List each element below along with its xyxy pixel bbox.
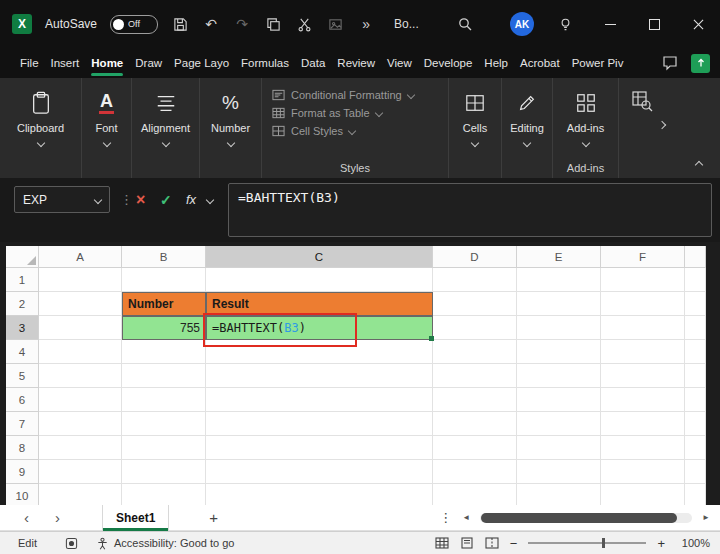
share-icon[interactable] xyxy=(691,54,710,73)
collapse-ribbon-icon[interactable] xyxy=(695,161,703,169)
column-header-e[interactable]: E xyxy=(517,246,601,268)
cell-a6[interactable] xyxy=(39,388,122,412)
cell-b8[interactable] xyxy=(122,436,206,460)
format-as-table-button[interactable]: Format as Table xyxy=(262,104,448,122)
zoom-out-button[interactable]: − xyxy=(510,536,518,551)
conditional-formatting-button[interactable]: Conditional Formatting xyxy=(262,86,448,104)
excel-logo-icon[interactable]: X xyxy=(12,14,32,34)
scroll-left-icon[interactable]: ◄ xyxy=(462,513,470,522)
row-header-6[interactable]: 6 xyxy=(6,388,39,412)
formula-input[interactable]: =BAHTTEXT(B3) xyxy=(228,183,712,237)
cell-f9[interactable] xyxy=(601,460,685,484)
chevron-right-icon[interactable] xyxy=(658,121,666,129)
minimize-button[interactable] xyxy=(588,0,632,48)
ribbon-group-addins[interactable]: Add-ins Add-ins xyxy=(553,78,619,178)
ribbon-group-cells[interactable]: Cells xyxy=(449,78,502,178)
cell-blank-4[interactable] xyxy=(685,340,706,364)
add-sheet-button[interactable]: + xyxy=(209,509,218,526)
addins-group-label[interactable]: Add-ins xyxy=(553,162,618,174)
cell-b7[interactable] xyxy=(122,412,206,436)
lightbulb-icon[interactable] xyxy=(556,15,574,33)
cell-blank-7[interactable] xyxy=(685,412,706,436)
cell-c5[interactable] xyxy=(206,364,433,388)
cell-e1[interactable] xyxy=(517,268,601,292)
column-header-a[interactable]: A xyxy=(39,246,122,268)
cancel-icon[interactable]: × xyxy=(136,186,145,213)
sheet-tab-sheet1[interactable]: Sheet1 xyxy=(102,505,169,531)
row-header-8[interactable]: 8 xyxy=(6,436,39,460)
ribbon-tab-insert[interactable]: Insert xyxy=(45,48,86,78)
styles-group-label[interactable]: Styles xyxy=(262,162,448,174)
cell-d5[interactable] xyxy=(433,364,517,388)
ribbon-tab-page-layo[interactable]: Page Layo xyxy=(168,48,235,78)
cell-a10[interactable] xyxy=(39,484,122,505)
column-header-c[interactable]: C xyxy=(206,246,433,268)
maximize-button[interactable] xyxy=(632,0,676,48)
insert-function-button[interactable]: fx xyxy=(186,186,196,213)
row-header-2[interactable]: 2 xyxy=(6,292,39,316)
cell-e4[interactable] xyxy=(517,340,601,364)
row-header-3[interactable]: 3 xyxy=(6,316,39,340)
ribbon-tab-view[interactable]: View xyxy=(381,48,418,78)
ribbon-tab-data[interactable]: Data xyxy=(295,48,331,78)
cell-d6[interactable] xyxy=(433,388,517,412)
normal-view-icon[interactable] xyxy=(435,537,449,549)
close-button[interactable] xyxy=(676,0,720,48)
cell-blank-1[interactable] xyxy=(685,268,706,292)
row-header-5[interactable]: 5 xyxy=(6,364,39,388)
cell-a4[interactable] xyxy=(39,340,122,364)
select-all-corner[interactable] xyxy=(6,246,39,268)
analyze-data-icon[interactable] xyxy=(631,90,653,116)
cell-a3[interactable] xyxy=(39,316,122,340)
cell-f2[interactable] xyxy=(601,292,685,316)
cell-e5[interactable] xyxy=(517,364,601,388)
cell-a7[interactable] xyxy=(39,412,122,436)
cell-c8[interactable] xyxy=(206,436,433,460)
cell-f10[interactable] xyxy=(601,484,685,505)
cell-a2[interactable] xyxy=(39,292,122,316)
cell-a8[interactable] xyxy=(39,436,122,460)
cell-c1[interactable] xyxy=(206,268,433,292)
cell-f7[interactable] xyxy=(601,412,685,436)
cell-blank-6[interactable] xyxy=(685,388,706,412)
scrollbar-thumb[interactable] xyxy=(481,513,677,523)
row-header-4[interactable]: 4 xyxy=(6,340,39,364)
cell-f3[interactable] xyxy=(601,316,685,340)
cell-e6[interactable] xyxy=(517,388,601,412)
autosave-toggle[interactable]: Off xyxy=(110,15,158,34)
ribbon-tab-file[interactable]: File xyxy=(14,48,45,78)
cell-e3[interactable] xyxy=(517,316,601,340)
cell-b4[interactable] xyxy=(122,340,206,364)
name-box[interactable]: EXP xyxy=(14,186,110,213)
row-header-7[interactable]: 7 xyxy=(6,412,39,436)
page-layout-view-icon[interactable] xyxy=(460,537,474,549)
copy-icon[interactable] xyxy=(264,15,282,33)
more-commands-icon[interactable]: » xyxy=(357,15,375,33)
ribbon-group-editing[interactable]: Editing xyxy=(502,78,553,178)
accessibility-status[interactable]: Accessibility: Good to go xyxy=(114,537,234,549)
cell-blank-5[interactable] xyxy=(685,364,706,388)
sheet-options-icon[interactable]: ⋮ xyxy=(439,510,452,525)
cell-b3[interactable]: 755 xyxy=(122,316,206,340)
row-header-1[interactable]: 1 xyxy=(6,268,39,292)
cell-blank-10[interactable] xyxy=(685,484,706,505)
cell-e10[interactable] xyxy=(517,484,601,505)
ribbon-tab-review[interactable]: Review xyxy=(331,48,381,78)
cell-a5[interactable] xyxy=(39,364,122,388)
cell-c7[interactable] xyxy=(206,412,433,436)
zoom-slider-thumb[interactable] xyxy=(602,538,605,548)
cell-b6[interactable] xyxy=(122,388,206,412)
ribbon-tab-draw[interactable]: Draw xyxy=(129,48,168,78)
zoom-level[interactable]: 100% xyxy=(676,537,710,549)
cell-b2[interactable]: Number xyxy=(122,292,206,316)
redo-icon[interactable]: ↷ xyxy=(233,15,251,33)
avatar[interactable]: AK xyxy=(510,12,534,36)
cell-b5[interactable] xyxy=(122,364,206,388)
cell-blank-2[interactable] xyxy=(685,292,706,316)
ribbon-group-alignment[interactable]: Alignment xyxy=(132,78,200,178)
cell-c6[interactable] xyxy=(206,388,433,412)
row-header-10[interactable]: 10 xyxy=(6,484,39,505)
ribbon-group-clipboard[interactable]: Clipboard xyxy=(0,78,82,178)
cell-b1[interactable] xyxy=(122,268,206,292)
undo-icon[interactable]: ↶ xyxy=(202,15,220,33)
